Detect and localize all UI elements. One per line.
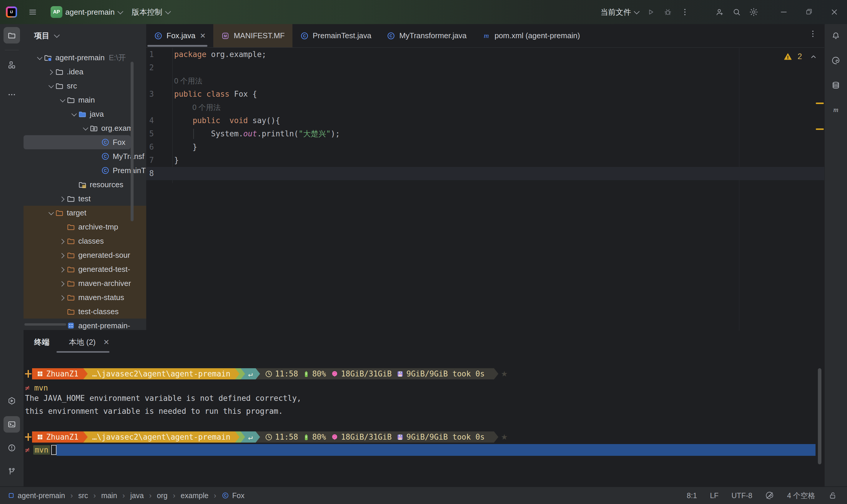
tree-item-test-classes[interactable]: test-classes (23, 304, 146, 319)
breadcrumb-item[interactable]: CFox (222, 491, 244, 500)
tree-chevron-open[interactable] (58, 98, 67, 102)
close-button[interactable] (822, 0, 847, 24)
tree-item-MyTransf[interactable]: CMyTransf (23, 149, 146, 163)
project-tree-scrollbar[interactable] (131, 62, 134, 221)
tree-item-archive-tmp[interactable]: archive-tmp (23, 220, 146, 234)
tree-item-label: generated-sour (78, 251, 130, 260)
tree-item-label: main (78, 95, 95, 105)
editor-tab[interactable]: CMyTransformer.java (379, 24, 474, 47)
tree-item-main[interactable]: main (23, 93, 146, 107)
tree-item-maven-archiver[interactable]: maven-archiver (23, 276, 146, 290)
tree-item-agent-premain[interactable]: agent-premainE:\开 (23, 51, 146, 65)
run-button[interactable] (642, 4, 659, 20)
tree-chevron-closed[interactable] (58, 295, 67, 300)
breadcrumb-item[interactable]: src (78, 491, 88, 500)
caret-position-widget[interactable]: 8:1 (687, 491, 697, 500)
svg-text:C: C (104, 140, 107, 145)
terminal-scrollbar[interactable] (818, 368, 822, 464)
chevron-down-icon (165, 8, 171, 14)
folder-excluded-icon (67, 279, 75, 288)
project-panel-header[interactable]: 项目 (23, 28, 58, 43)
tree-chevron-closed[interactable] (46, 70, 55, 74)
tree-chevron-closed[interactable] (58, 267, 67, 271)
breadcrumb-item[interactable]: org (157, 491, 168, 500)
tree-item-idea[interactable]: .idea (23, 65, 146, 79)
unlock-icon[interactable] (828, 491, 837, 500)
tree-item-PremainT[interactable]: CPremainT (23, 163, 146, 178)
stripe-button-terminal[interactable] (3, 416, 20, 433)
project-widget[interactable]: AP agent-premain (47, 4, 126, 20)
code-editor[interactable]: 1package org.example;20 个用法3public class… (146, 48, 824, 330)
inspection-widget[interactable]: 2 (783, 52, 824, 61)
tree-chevron-closed[interactable] (58, 197, 67, 201)
run-configuration-selector[interactable]: 当前文件 (597, 4, 642, 20)
tree-item-resources[interactable]: resources (23, 178, 146, 192)
warning-stripe-mark[interactable] (816, 103, 824, 104)
stripe-button-structure[interactable] (3, 57, 20, 73)
file-type-icon-class: C (154, 32, 163, 40)
vcs-widget[interactable]: 版本控制 (128, 4, 174, 20)
tree-item-java[interactable]: java (23, 107, 146, 121)
prev-problem-button[interactable] (809, 52, 818, 61)
minimize-button[interactable] (771, 0, 796, 24)
tree-chevron-closed[interactable] (58, 239, 67, 243)
folder-excluded-icon (67, 293, 75, 302)
project-tree-hscrollbar[interactable] (24, 323, 66, 326)
line-ending-widget[interactable]: LF (710, 491, 719, 500)
stripe-button-ai-assistant[interactable] (828, 52, 844, 69)
tree-chevron-closed[interactable] (58, 282, 67, 285)
file-type-icon-manifest: M (221, 32, 230, 40)
tree-chevron-open[interactable] (35, 56, 44, 60)
breadcrumb-item[interactable]: example (180, 491, 209, 500)
stripe-button-notifications-bell[interactable] (828, 28, 844, 44)
warning-stripe-mark[interactable] (816, 128, 824, 130)
tree-item-Fox[interactable]: CFox (23, 135, 131, 149)
tree-item-test[interactable]: test (23, 192, 146, 206)
powerline-arrow-icon (235, 368, 240, 379)
terminal-tab-local[interactable]: 本地 (2) ✕ (69, 337, 109, 347)
code-with-me-button[interactable] (711, 4, 728, 20)
editor-tab[interactable]: CFox.java✕ (146, 24, 213, 47)
breadcrumb-item[interactable]: java (130, 491, 144, 500)
more-actions-button[interactable] (676, 4, 693, 20)
tree-item-orgexam[interactable]: org.exam (23, 121, 146, 135)
tree-item-classes[interactable]: classes (23, 234, 146, 248)
breadcrumb-item[interactable]: main (101, 491, 117, 500)
tree-item-maven-status[interactable]: maven-status (23, 290, 146, 304)
editor-tab[interactable]: mpom.xml (agent-premain) (474, 24, 588, 47)
main-menu-button[interactable] (24, 4, 41, 20)
close-icon[interactable]: ✕ (103, 338, 109, 346)
stripe-button-maven[interactable]: m (828, 102, 844, 118)
tree-item-target[interactable]: target (23, 206, 146, 220)
tree-item-generated-sour[interactable]: generated-sour (23, 248, 146, 262)
stripe-button-services[interactable] (3, 393, 20, 409)
terminal-tool-window[interactable]: 终端 本地 (2) ✕ ZhuanZ1…\javasec2\agent\agen… (23, 330, 824, 486)
terminal-input-line[interactable]: ≠ mvn (25, 444, 815, 456)
search-everywhere-button[interactable] (728, 4, 745, 20)
debug-button[interactable] (659, 4, 676, 20)
ai-disabled-icon[interactable] (765, 491, 774, 500)
stripe-button-project-folder[interactable] (3, 27, 20, 43)
encoding-widget[interactable]: UTF-8 (731, 491, 752, 500)
editor-tab[interactable]: MMANIFEST.MF (213, 24, 292, 47)
stripe-button-more-horizontal[interactable] (3, 86, 20, 103)
usages-hint[interactable]: 0 个用法 (192, 101, 221, 114)
tree-chevron-open[interactable] (46, 211, 55, 215)
stripe-button-problems[interactable] (3, 439, 20, 456)
tree-item-generated-test-[interactable]: generated-test- (23, 262, 146, 276)
stripe-button-database[interactable] (828, 77, 844, 93)
breadcrumb-item[interactable]: agent-premain (8, 491, 65, 500)
tree-chevron-closed[interactable] (58, 253, 67, 257)
maximize-button[interactable] (796, 0, 822, 24)
usages-hint[interactable]: 0 个用法 (174, 74, 203, 88)
stripe-button-version-control[interactable] (3, 463, 20, 480)
tree-chevron-open[interactable] (46, 84, 55, 88)
tree-item-src[interactable]: src (23, 79, 146, 93)
close-icon[interactable]: ✕ (200, 32, 206, 40)
tree-chevron-open[interactable] (69, 112, 78, 116)
tree-chevron-open[interactable] (81, 126, 89, 130)
editor-tab[interactable]: CPremainTest.java (292, 24, 379, 47)
settings-button[interactable] (745, 4, 762, 20)
warning-icon (783, 52, 792, 61)
indent-widget[interactable]: 4 个空格 (787, 491, 815, 501)
